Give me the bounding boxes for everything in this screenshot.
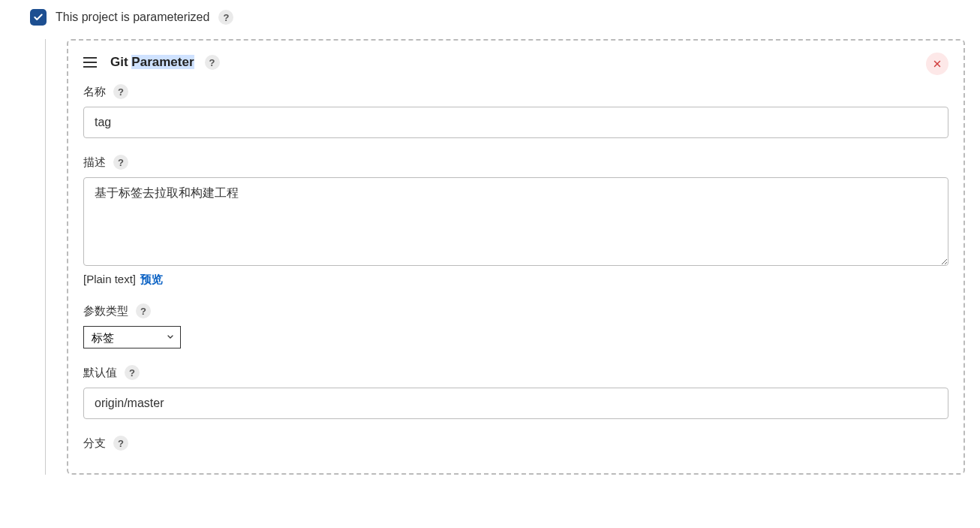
git-parameter-box: Git Parameter ? 名称 ? 描述 ? [Plain text] — [67, 39, 965, 475]
close-icon — [932, 59, 942, 69]
parameterized-label: This project is parameterized — [56, 11, 209, 24]
help-icon[interactable]: ? — [136, 303, 151, 318]
param-type-label: 参数类型 — [83, 304, 128, 318]
help-icon[interactable]: ? — [113, 155, 128, 170]
parameter-title: Git Parameter — [110, 55, 194, 70]
param-type-select[interactable]: 标签 — [83, 326, 181, 348]
name-input[interactable] — [83, 107, 948, 138]
drag-handle-icon[interactable] — [83, 54, 100, 71]
description-textarea[interactable] — [83, 177, 948, 266]
parameter-title-highlight: Parameter — [131, 55, 194, 69]
parameters-section: Git Parameter ? 名称 ? 描述 ? [Plain text] — [45, 39, 972, 475]
help-icon[interactable]: ? — [205, 55, 220, 70]
help-icon[interactable]: ? — [218, 10, 233, 25]
help-icon[interactable]: ? — [113, 84, 128, 99]
format-hint: [Plain text] — [83, 273, 136, 285]
parameter-title-prefix: Git — [110, 55, 131, 69]
help-icon[interactable]: ? — [125, 365, 140, 380]
default-value-label: 默认值 — [83, 366, 117, 380]
check-icon — [33, 12, 44, 23]
branch-label: 分支 — [83, 436, 106, 451]
default-value-input[interactable] — [83, 388, 948, 419]
preview-link[interactable]: 预览 — [140, 273, 163, 285]
name-label: 名称 — [83, 85, 106, 99]
description-label: 描述 — [83, 155, 106, 170]
parameterized-checkbox[interactable] — [30, 9, 47, 26]
help-icon[interactable]: ? — [113, 436, 128, 451]
remove-parameter-button[interactable] — [926, 53, 948, 75]
